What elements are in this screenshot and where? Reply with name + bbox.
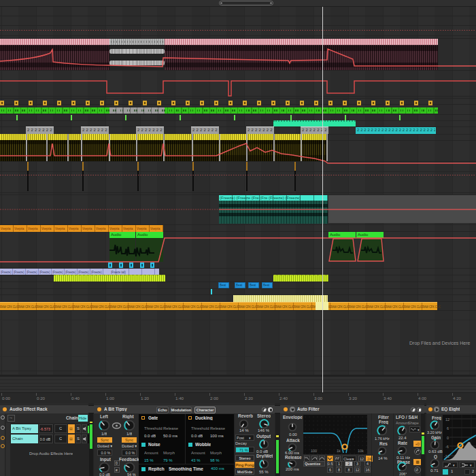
- svg-text:10k: 10k: [358, 449, 364, 453]
- svg-text:0: 0: [447, 436, 449, 440]
- svg-text:-6: -6: [445, 445, 449, 449]
- svg-text:12: 12: [445, 418, 449, 422]
- svg-text:6: 6: [447, 426, 449, 430]
- svg-text:100: 100: [311, 449, 317, 453]
- svg-text:1k: 1k: [337, 449, 341, 453]
- svg-text:-12: -12: [444, 454, 449, 458]
